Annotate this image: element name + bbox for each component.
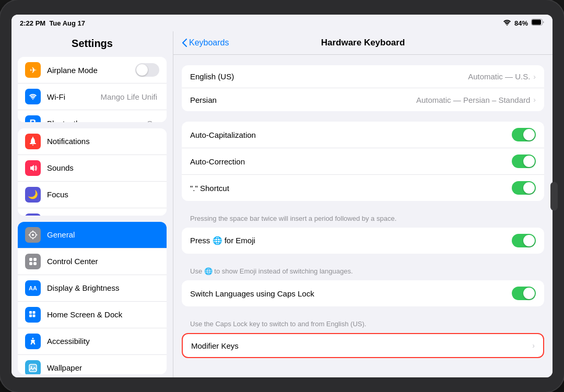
svg-point-17 xyxy=(32,338,34,339)
persian-chevron: › xyxy=(533,96,536,104)
caps-lock-hint: Use the Caps Lock key to switch to and f… xyxy=(182,317,544,333)
sidebar-item-label-control-center: Control Center xyxy=(47,257,159,266)
switch-languages-row[interactable]: Switch Languages using Caps Lock xyxy=(182,280,544,306)
english-us-chevron: › xyxy=(533,73,536,81)
svg-rect-10 xyxy=(33,258,37,261)
period-shortcut-row[interactable]: "." Shortcut xyxy=(182,175,544,201)
sidebar-item-sounds[interactable]: Sounds xyxy=(18,155,167,182)
english-us-value: Automatic — U.S. xyxy=(468,72,530,81)
sidebar-item-label-wallpaper: Wallpaper xyxy=(47,363,159,372)
languages-group: English (US) Automatic — U.S. › Persian … xyxy=(182,65,544,111)
sidebar-item-wifi[interactable]: Wi-Fi Mango Life Unifi xyxy=(18,84,167,110)
press-emoji-row[interactable]: Press 🌐 for Emoji xyxy=(182,228,544,254)
screen-time-icon xyxy=(25,213,41,216)
sidebar-item-control-center[interactable]: Control Center xyxy=(18,248,167,275)
sidebar-item-label-sounds: Sounds xyxy=(47,163,159,172)
status-bar-time: 2:22 PM Tue Aug 17 xyxy=(20,19,85,27)
sidebar-group-general: General Control Center xyxy=(18,222,167,374)
right-panel: Keyboards Hardware Keyboard English (US)… xyxy=(173,31,553,377)
wifi-icon xyxy=(503,19,511,27)
auto-correction-toggle[interactable] xyxy=(512,155,536,168)
ipad-frame: 2:22 PM Tue Aug 17 84% xyxy=(0,0,564,392)
sidebar-item-label-airplane: Airplane Mode xyxy=(47,66,135,75)
svg-rect-11 xyxy=(29,262,32,265)
switch-languages-label: Switch Languages using Caps Lock xyxy=(190,289,512,298)
period-shortcut-toggle[interactable] xyxy=(512,181,536,195)
auto-capitalization-row[interactable]: Auto-Capitalization xyxy=(182,122,544,148)
ipad-screen: 2:22 PM Tue Aug 17 84% xyxy=(11,15,553,377)
svg-rect-13 xyxy=(29,311,32,314)
back-button[interactable]: Keyboards xyxy=(182,38,229,47)
period-shortcut-label: "." Shortcut xyxy=(190,184,512,193)
back-button-label: Keyboards xyxy=(189,38,229,47)
svg-rect-4 xyxy=(30,143,36,144)
modifier-keys-label: Modifier Keys xyxy=(191,341,532,350)
svg-rect-9 xyxy=(29,258,32,261)
sounds-icon xyxy=(25,160,41,176)
svg-rect-5 xyxy=(32,137,33,138)
sidebar-item-focus[interactable]: 🌙 Focus xyxy=(18,182,167,208)
sidebar-item-screen-time[interactable]: Screen Time xyxy=(18,208,167,216)
auto-capitalization-label: Auto-Capitalization xyxy=(190,130,512,139)
sidebar-item-label-display: Display & Brightness xyxy=(47,283,159,292)
persian-label: Persian xyxy=(190,96,416,104)
english-us-row[interactable]: English (US) Automatic — U.S. › xyxy=(182,65,544,88)
modifier-keys-row[interactable]: Modifier Keys › xyxy=(183,334,543,357)
right-panel-content: English (US) Automatic — U.S. › Persian … xyxy=(173,55,553,377)
ipad-home-button[interactable] xyxy=(550,182,558,210)
sidebar-item-label-bluetooth: Bluetooth xyxy=(47,119,147,122)
right-header: Keyboards Hardware Keyboard xyxy=(173,31,553,55)
auto-correction-label: Auto-Correction xyxy=(190,157,512,166)
svg-point-8 xyxy=(32,234,34,236)
accessibility-icon xyxy=(25,334,41,349)
emoji-group: Press 🌐 for Emoji xyxy=(182,228,544,254)
auto-correction-row[interactable]: Auto-Correction xyxy=(182,148,544,175)
svg-point-19 xyxy=(31,366,32,367)
sidebar-item-display-brightness[interactable]: AA Display & Brightness xyxy=(18,275,167,302)
english-us-label: English (US) xyxy=(190,72,468,81)
airplane-mode-icon: ✈ xyxy=(25,62,41,78)
status-bar: 2:22 PM Tue Aug 17 84% xyxy=(11,15,553,31)
sidebar-item-bluetooth[interactable]: B Bluetooth On xyxy=(18,110,167,122)
sidebar-group-alerts: Notifications Sounds 🌙 xyxy=(18,128,167,216)
svg-rect-18 xyxy=(29,364,37,372)
bluetooth-icon: B xyxy=(25,115,41,122)
persian-row[interactable]: Persian Automatic — Persian – Standard › xyxy=(182,88,544,111)
svg-point-0 xyxy=(507,25,508,26)
sidebar-item-label-focus: Focus xyxy=(47,190,159,199)
status-bar-right: 84% xyxy=(503,19,544,27)
wifi-value: Mango Life Unifi xyxy=(101,92,157,101)
bluetooth-value: On xyxy=(147,119,157,122)
toggles-group: Auto-Capitalization Auto-Correction "." … xyxy=(182,122,544,201)
press-emoji-toggle[interactable] xyxy=(512,234,536,247)
press-emoji-label: Press 🌐 for Emoji xyxy=(190,236,512,245)
svg-rect-2 xyxy=(532,20,542,25)
sidebar-item-notifications[interactable]: Notifications xyxy=(18,128,167,155)
notifications-icon xyxy=(25,134,41,149)
svg-rect-15 xyxy=(29,314,32,317)
svg-rect-12 xyxy=(33,262,37,265)
sidebar-item-label-home-screen: Home Screen & Dock xyxy=(47,310,159,319)
sidebar-item-home-screen[interactable]: Home Screen & Dock xyxy=(18,302,167,328)
svg-rect-14 xyxy=(33,311,36,314)
modifier-keys-chevron: › xyxy=(532,341,535,350)
sidebar-item-wallpaper[interactable]: Wallpaper xyxy=(18,355,167,374)
switch-languages-toggle[interactable] xyxy=(512,287,536,300)
sidebar-item-airplane-mode[interactable]: ✈ Airplane Mode xyxy=(18,57,167,84)
battery-icon xyxy=(531,19,544,27)
sidebar-item-general[interactable]: General xyxy=(18,222,167,248)
sidebar-item-accessibility[interactable]: Accessibility xyxy=(18,328,167,355)
caps-lock-group: Switch Languages using Caps Lock xyxy=(182,280,544,306)
airplane-mode-toggle[interactable] xyxy=(135,63,159,77)
auto-capitalization-toggle[interactable] xyxy=(512,128,536,141)
sidebar: Settings ✈ Airplane Mode xyxy=(11,31,173,377)
battery-percentage: 84% xyxy=(514,19,528,27)
sidebar-item-label-notifications: Notifications xyxy=(47,137,159,146)
svg-point-3 xyxy=(32,99,33,100)
emoji-hint: Use 🌐 to show Emoji instead of switching… xyxy=(182,264,544,280)
focus-icon: 🌙 xyxy=(25,187,41,203)
sidebar-title: Settings xyxy=(11,31,173,54)
wifi-setting-icon xyxy=(25,89,41,104)
control-center-icon xyxy=(25,254,41,269)
wallpaper-icon xyxy=(25,360,41,374)
